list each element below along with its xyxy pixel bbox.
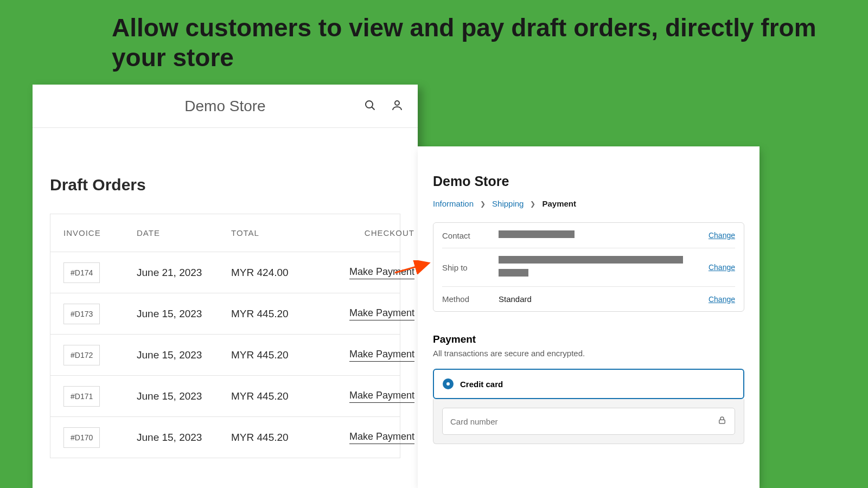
review-label: Ship to [442, 263, 490, 272]
section-title: Draft Orders [33, 128, 418, 214]
payment-method-label: Credit card [460, 380, 503, 389]
draft-orders-panel: Demo Store Draft Orders INVOICE DATE TOT… [33, 85, 418, 488]
cell-date: June 21, 2023 [137, 267, 231, 279]
table-row: #D171 June 15, 2023 MYR 445.20 Make Paym… [50, 376, 400, 417]
invoice-badge: #D170 [63, 427, 100, 448]
checkout-panel: Demo Store Information ❯ Shipping ❯ Paym… [418, 146, 760, 488]
review-row-shipto: Ship to Change [442, 248, 735, 287]
header-icons [363, 99, 404, 114]
svg-point-2 [395, 101, 399, 105]
account-icon[interactable] [391, 99, 404, 114]
make-payment-link[interactable]: Make Payment [349, 431, 414, 444]
card-fields: Card number [433, 399, 744, 444]
redacted-shipto [499, 256, 700, 279]
review-label: Method [442, 294, 490, 304]
payment-method-option[interactable]: Credit card [433, 369, 744, 399]
chevron-right-icon: ❯ [480, 200, 486, 208]
svg-line-1 [372, 107, 374, 110]
svg-point-0 [366, 101, 373, 108]
lock-icon [717, 415, 727, 427]
marketing-headline: Allow customers to view and pay draft or… [112, 13, 868, 73]
table-row: #D170 June 15, 2023 MYR 445.20 Make Paym… [50, 417, 400, 458]
card-number-field[interactable]: Card number [442, 408, 735, 435]
store-name: Demo Store [184, 98, 265, 115]
cell-total: MYR 445.20 [231, 349, 334, 361]
col-checkout: CHECKOUT [334, 228, 414, 237]
make-payment-link[interactable]: Make Payment [349, 390, 414, 403]
chevron-right-icon: ❯ [530, 200, 535, 208]
review-row-contact: Contact Change [442, 223, 735, 248]
invoice-badge: #D171 [63, 386, 100, 407]
checkout-store-name: Demo Store [433, 174, 744, 189]
cell-date: June 15, 2023 [137, 349, 231, 361]
invoice-badge: #D173 [63, 304, 100, 324]
breadcrumb-shipping[interactable]: Shipping [492, 199, 524, 208]
make-payment-link[interactable]: Make Payment [349, 349, 414, 362]
change-contact-link[interactable]: Change [709, 231, 735, 240]
invoice-badge: #D174 [63, 262, 100, 283]
payment-subtitle: All transactions are secure and encrypte… [433, 349, 744, 358]
invoice-badge: #D172 [63, 345, 100, 365]
svg-rect-3 [719, 420, 725, 423]
col-total: TOTAL [231, 228, 334, 237]
cell-total: MYR 424.00 [231, 267, 334, 279]
payment-title: Payment [433, 333, 744, 345]
col-date: DATE [137, 228, 231, 237]
cell-total: MYR 445.20 [231, 390, 334, 402]
method-value: Standard [499, 294, 700, 304]
table-row: #D172 June 15, 2023 MYR 445.20 Make Paym… [50, 335, 400, 376]
make-payment-link[interactable]: Make Payment [349, 266, 414, 279]
cell-total: MYR 445.20 [231, 308, 334, 320]
change-shipto-link[interactable]: Change [709, 263, 735, 272]
review-row-method: Method Standard Change [442, 287, 735, 311]
cell-date: June 15, 2023 [137, 390, 231, 402]
table-row: #D173 June 15, 2023 MYR 445.20 Make Paym… [50, 293, 400, 335]
change-method-link[interactable]: Change [709, 295, 735, 304]
table-row: #D174 June 21, 2023 MYR 424.00 Make Paym… [50, 252, 400, 293]
card-number-placeholder: Card number [450, 417, 498, 426]
table-header: INVOICE DATE TOTAL CHECKOUT [50, 214, 400, 252]
orders-table: INVOICE DATE TOTAL CHECKOUT #D174 June 2… [50, 214, 400, 458]
cell-date: June 15, 2023 [137, 308, 231, 320]
cell-date: June 15, 2023 [137, 432, 231, 444]
make-payment-link[interactable]: Make Payment [349, 307, 414, 320]
breadcrumb-information[interactable]: Information [433, 199, 474, 208]
breadcrumb: Information ❯ Shipping ❯ Payment [433, 199, 744, 208]
col-invoice: INVOICE [63, 228, 137, 237]
redacted-contact [499, 230, 700, 240]
store-header: Demo Store [33, 85, 418, 128]
review-label: Contact [442, 231, 490, 240]
search-icon[interactable] [363, 99, 376, 114]
radio-selected-icon [443, 378, 454, 389]
review-box: Contact Change Ship to Change Method Sta… [433, 222, 744, 312]
breadcrumb-payment: Payment [542, 199, 576, 208]
cell-total: MYR 445.20 [231, 432, 334, 444]
